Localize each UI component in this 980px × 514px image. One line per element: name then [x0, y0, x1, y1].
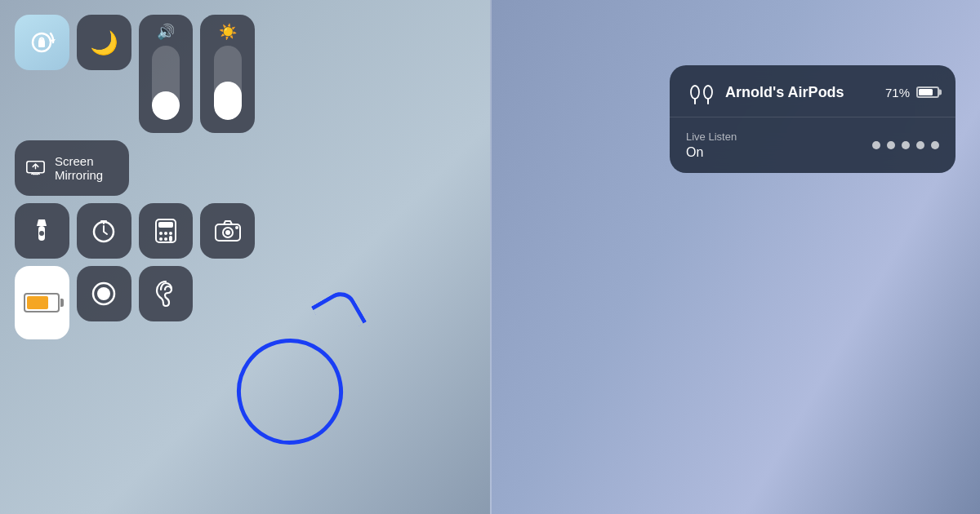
airpods-info: Arnold's AirPods [686, 80, 844, 104]
timer-icon [91, 218, 117, 244]
screen-record-icon [91, 281, 117, 307]
battery-display [24, 293, 60, 312]
calculator-button[interactable] [139, 203, 194, 259]
row-3 [15, 203, 255, 259]
battery-fill [27, 296, 48, 309]
screen-mirroring-button[interactable]: Screen Mirroring [15, 140, 129, 196]
dot-5 [931, 141, 939, 149]
ear-icon [155, 280, 176, 308]
svg-point-12 [169, 232, 172, 235]
control-center: 🌙 🔊 ☀️ [8, 8, 261, 353]
svg-point-10 [159, 232, 163, 235]
spacer-bright [199, 140, 255, 196]
blue-arrow-annotation [311, 286, 367, 342]
dot-2 [887, 141, 895, 149]
battery-mini-icon [916, 86, 939, 98]
screen-mirror-icon [26, 159, 45, 177]
live-listen-info: Live Listen On [686, 131, 737, 160]
camera-icon [214, 219, 242, 242]
svg-point-13 [159, 237, 163, 241]
airpods-header: Arnold's AirPods 71% [670, 65, 956, 117]
live-listen-row[interactable]: Live Listen On [670, 117, 956, 173]
airpods-name: Arnold's AirPods [725, 84, 844, 101]
svg-rect-15 [169, 236, 172, 241]
battery-mini-fill [919, 89, 933, 95]
svg-rect-9 [158, 222, 173, 228]
brightness-track [214, 46, 242, 120]
dot-4 [916, 141, 924, 149]
screen-record-button[interactable] [77, 266, 131, 321]
volume-track [152, 46, 180, 120]
svg-point-19 [235, 226, 238, 229]
moon-icon: 🌙 [90, 29, 118, 56]
dot-1 [872, 141, 880, 149]
battery-icon [24, 293, 60, 312]
svg-point-22 [691, 86, 699, 99]
svg-point-11 [164, 232, 167, 235]
svg-point-21 [97, 287, 110, 300]
svg-point-6 [39, 231, 44, 236]
svg-rect-3 [38, 42, 45, 47]
airpods-panel: Arnold's AirPods 71% Live Listen On [670, 65, 956, 173]
dot-3 [902, 141, 910, 149]
battery-percentage: 71% [885, 86, 910, 100]
row-1: 🌙 🔊 ☀️ [15, 15, 255, 133]
live-listen-status: On [686, 145, 737, 160]
volume-icon: 🔊 [157, 23, 175, 41]
row-4 [15, 266, 255, 339]
do-not-disturb-button[interactable]: 🌙 [77, 15, 131, 70]
airpods-icon [686, 80, 717, 104]
row-2: Screen Mirroring [15, 140, 255, 196]
brightness-icon: ☀️ [219, 23, 237, 41]
rotation-lock-button[interactable] [15, 15, 69, 70]
panel-divider [490, 0, 492, 514]
empty-cell [200, 266, 255, 321]
volume-fill [152, 91, 180, 120]
brightness-fill [214, 82, 242, 120]
battery-button[interactable] [15, 266, 69, 339]
live-listen-title: Live Listen [686, 131, 737, 143]
spacer-vol [136, 140, 192, 196]
timer-button[interactable] [77, 203, 131, 259]
battery-indicator: 71% [885, 86, 939, 100]
brightness-slider[interactable]: ☀️ [200, 15, 255, 133]
volume-slider[interactable]: 🔊 [139, 15, 194, 133]
live-listen-dots [872, 141, 939, 149]
live-listen-button[interactable] [139, 266, 194, 321]
calculator-icon [154, 218, 177, 244]
svg-point-14 [164, 237, 167, 241]
flashlight-button[interactable] [15, 203, 69, 259]
camera-button[interactable] [200, 203, 255, 259]
svg-point-18 [225, 230, 230, 235]
svg-point-24 [704, 86, 712, 99]
flashlight-icon [32, 218, 51, 244]
screen-mirroring-label: Screen Mirroring [55, 154, 129, 182]
